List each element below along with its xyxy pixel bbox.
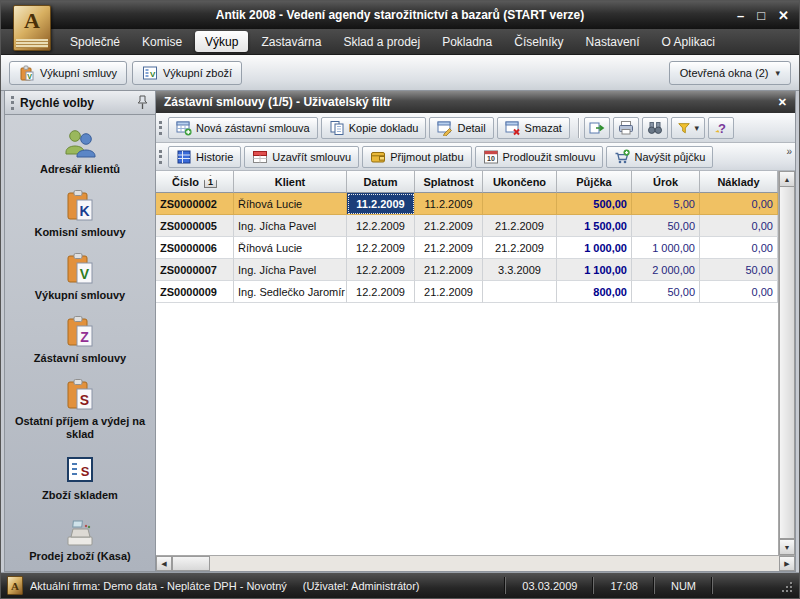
- cell-pujcka[interactable]: 1 000,00: [557, 237, 632, 259]
- panel-close-icon[interactable]: ✕: [778, 96, 787, 109]
- menu-pokladna[interactable]: Pokladna: [431, 29, 503, 55]
- cell-naklady[interactable]: 0,00: [700, 237, 778, 259]
- cell-splatnost[interactable]: 21.2.2009: [415, 215, 483, 237]
- horizontal-scroll-thumb[interactable]: [172, 556, 210, 571]
- purchase-goods-button[interactable]: V Výkupní zboží: [132, 61, 242, 85]
- copy-document-button[interactable]: Kopie dokladu: [321, 117, 427, 139]
- cell-ukonceno[interactable]: 3.3.2009: [483, 259, 557, 281]
- menu-o-aplikaci[interactable]: O Aplikaci: [651, 29, 726, 55]
- cell-pujcka[interactable]: 1 100,00: [557, 259, 632, 281]
- horizontal-scrollbar[interactable]: ◀ ▶: [156, 555, 795, 571]
- cell-datum[interactable]: 12.2.2009: [347, 237, 415, 259]
- table-row[interactable]: ZS0000009 Ing. Sedlečko Jaromír 12.2.200…: [156, 281, 778, 303]
- cell-ukonceno[interactable]: [483, 193, 557, 215]
- column-header-naklady[interactable]: Náklady: [700, 171, 778, 193]
- cell-cislo[interactable]: ZS0000002: [156, 193, 234, 215]
- menu-vykup[interactable]: Výkup: [195, 31, 248, 52]
- cell-ukonceno[interactable]: 21.2.2009: [483, 237, 557, 259]
- vertical-scroll-thumb[interactable]: [779, 187, 795, 539]
- cell-urok[interactable]: 50,00: [632, 281, 700, 303]
- toolbar-overflow-icon[interactable]: »: [786, 146, 791, 157]
- menu-zastavarna[interactable]: Zastavárna: [250, 29, 332, 55]
- scroll-right-icon[interactable]: ▶: [779, 556, 795, 571]
- sidebar-item-purchase-contracts[interactable]: V Výkupní smlouvy: [10, 252, 150, 302]
- cell-datum-selected[interactable]: 11.2.2009: [347, 193, 415, 215]
- column-header-cislo[interactable]: Číslo 1: [156, 171, 234, 193]
- accept-payment-button[interactable]: Přijmout platbu: [362, 146, 471, 168]
- cell-cislo[interactable]: ZS0000006: [156, 237, 234, 259]
- minimize-icon[interactable]: –: [737, 9, 744, 22]
- search-button[interactable]: [642, 117, 668, 139]
- sidebar-item-commission-contracts[interactable]: K Komisní smlouvy: [10, 189, 150, 239]
- cell-klient[interactable]: Ing. Jícha Pavel: [234, 215, 347, 237]
- drag-grip-icon[interactable]: [11, 96, 14, 110]
- cell-naklady[interactable]: 0,00: [700, 193, 778, 215]
- cell-cislo[interactable]: ZS0000009: [156, 281, 234, 303]
- filter-button[interactable]: ▾: [671, 117, 705, 139]
- sidebar-item-pawn-contracts[interactable]: Z Zástavní smlouvy: [10, 315, 150, 365]
- resize-grip-icon[interactable]: [779, 579, 793, 593]
- column-header-datum[interactable]: Datum: [347, 171, 415, 193]
- sidebar-item-address-book[interactable]: Adresář klientů: [10, 128, 150, 176]
- maximize-icon[interactable]: □: [757, 9, 765, 22]
- extend-contract-button[interactable]: 10 Prodloužit smlouvu: [475, 146, 604, 168]
- menu-nastaveni[interactable]: Nastavení: [575, 29, 651, 55]
- column-header-splatnost[interactable]: Splatnost: [415, 171, 483, 193]
- cell-pujcka[interactable]: 800,00: [557, 281, 632, 303]
- cell-cislo[interactable]: ZS0000007: [156, 259, 234, 281]
- column-header-klient[interactable]: Klient: [234, 171, 347, 193]
- cell-splatnost[interactable]: 21.2.2009: [415, 281, 483, 303]
- detail-button[interactable]: Detail: [429, 117, 493, 139]
- cell-klient[interactable]: Říhová Lucie: [234, 237, 347, 259]
- table-row[interactable]: ZS0000005 Ing. Jícha Pavel 12.2.2009 21.…: [156, 215, 778, 237]
- cell-naklady[interactable]: 50,00: [700, 259, 778, 281]
- cell-ukonceno[interactable]: [483, 281, 557, 303]
- cell-klient[interactable]: Ing. Jícha Pavel: [234, 259, 347, 281]
- cell-naklady[interactable]: 0,00: [700, 281, 778, 303]
- sidebar-item-sale-cash-register[interactable]: Prodej zboží (Kasa): [10, 515, 150, 563]
- drag-grip-icon[interactable]: [159, 150, 162, 164]
- menu-ciselniky[interactable]: Číselníky: [503, 29, 574, 55]
- scroll-up-icon[interactable]: ▲: [779, 171, 795, 187]
- menu-komise[interactable]: Komise: [131, 29, 193, 55]
- history-button[interactable]: Historie: [168, 146, 241, 168]
- cell-splatnost[interactable]: 21.2.2009: [415, 237, 483, 259]
- cell-cislo[interactable]: ZS0000005: [156, 215, 234, 237]
- cell-splatnost[interactable]: 11.2.2009: [415, 193, 483, 215]
- cell-urok[interactable]: 5,00: [632, 193, 700, 215]
- cell-pujcka[interactable]: 500,00: [557, 193, 632, 215]
- open-windows-dropdown[interactable]: Otevřená okna (2) ▾: [669, 61, 791, 85]
- increase-loan-button[interactable]: Navýšit půjčku: [606, 146, 713, 168]
- cell-klient[interactable]: Říhová Lucie: [234, 193, 347, 215]
- column-header-ukonceno[interactable]: Ukončeno: [483, 171, 557, 193]
- table-row[interactable]: ZS0000006 Říhová Lucie 12.2.2009 21.2.20…: [156, 237, 778, 259]
- cell-urok[interactable]: 50,00: [632, 215, 700, 237]
- export-button[interactable]: [584, 117, 610, 139]
- table-row-selected[interactable]: ZS0000002 Říhová Lucie 11.2.2009 11.2.20…: [156, 193, 778, 215]
- pin-icon[interactable]: [136, 95, 149, 110]
- scroll-left-icon[interactable]: ◀: [156, 556, 172, 571]
- cell-splatnost[interactable]: 21.2.2009: [415, 259, 483, 281]
- help-button[interactable]: ?: [708, 117, 734, 139]
- print-button[interactable]: [613, 117, 639, 139]
- drag-grip-icon[interactable]: [159, 121, 162, 135]
- cell-pujcka[interactable]: 1 500,00: [557, 215, 632, 237]
- cell-ukonceno[interactable]: 21.2.2009: [483, 215, 557, 237]
- sidebar-item-other-stock-io[interactable]: S Ostatní příjem a výdej na sklad: [10, 378, 150, 441]
- sidebar-item-goods-in-stock[interactable]: S Zboží skladem: [10, 454, 150, 502]
- horizontal-scroll-track[interactable]: [210, 556, 779, 571]
- purchase-contracts-button[interactable]: V Výkupní smluvy: [9, 61, 127, 85]
- menu-spolecne[interactable]: Společné: [59, 29, 131, 55]
- cell-datum[interactable]: 12.2.2009: [347, 215, 415, 237]
- table-row[interactable]: ZS0000007 Ing. Jícha Pavel 12.2.2009 21.…: [156, 259, 778, 281]
- cell-klient[interactable]: Ing. Sedlečko Jaromír: [234, 281, 347, 303]
- column-header-pujcka[interactable]: Půjčka: [557, 171, 632, 193]
- cell-datum[interactable]: 12.2.2009: [347, 281, 415, 303]
- delete-button[interactable]: Smazat: [497, 117, 570, 139]
- cell-datum[interactable]: 12.2.2009: [347, 259, 415, 281]
- close-icon[interactable]: ✕: [778, 9, 789, 22]
- cell-urok[interactable]: 1 000,00: [632, 237, 700, 259]
- cell-urok[interactable]: 2 000,00: [632, 259, 700, 281]
- menu-sklad-a-prodej[interactable]: Sklad a prodej: [332, 29, 431, 55]
- cell-naklady[interactable]: 0,00: [700, 215, 778, 237]
